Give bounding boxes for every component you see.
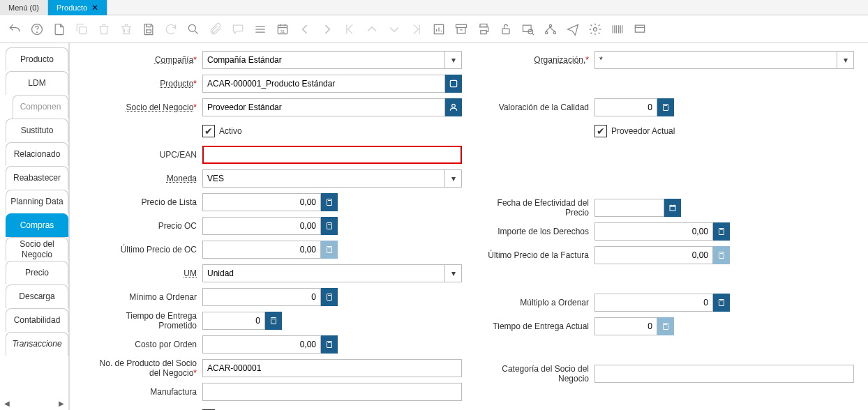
send-icon[interactable] <box>565 22 581 37</box>
refresh-icon[interactable] <box>163 22 179 37</box>
svg-rect-26 <box>327 223 331 229</box>
label-costo-orden: Costo por Orden <box>91 340 202 349</box>
svg-rect-13 <box>481 30 486 33</box>
sidetab-scroll-right-icon[interactable]: ▶ <box>59 400 64 407</box>
label-ultimo-precio-oc: Último Precio de OC <box>91 245 202 255</box>
zoom-icon[interactable] <box>521 22 536 37</box>
calendar-fecha-icon[interactable] <box>664 199 681 217</box>
next-icon[interactable] <box>320 22 335 37</box>
svg-point-1 <box>37 31 38 32</box>
input-categoria[interactable] <box>594 365 854 383</box>
close-icon[interactable]: ✕ <box>91 3 98 13</box>
dropdown-compania-icon[interactable]: ▾ <box>445 51 462 69</box>
input-um[interactable] <box>202 264 445 282</box>
calendar-icon[interactable]: 31 <box>275 22 290 37</box>
sidetab-transacciones[interactable]: Transaccione <box>6 332 68 356</box>
attach-icon[interactable] <box>208 22 223 37</box>
lock-icon[interactable] <box>498 22 514 37</box>
sidetab-reabastecer[interactable]: Reabastecer <box>6 166 68 190</box>
delete-icon[interactable] <box>96 22 112 37</box>
calc-valoracion-icon[interactable] <box>657 98 674 116</box>
calc-precio-lista-icon[interactable] <box>321 193 338 211</box>
calc-importe-icon[interactable] <box>713 222 730 241</box>
print-icon[interactable] <box>476 22 491 37</box>
sidetab-relacionado[interactable]: Relacionado <box>6 142 68 166</box>
sidetab-precio[interactable]: Precio <box>6 261 68 284</box>
label-upc: UPC/EAN <box>91 150 202 160</box>
input-upc[interactable] <box>202 146 462 164</box>
input-costo-orden[interactable] <box>202 335 321 354</box>
label-activo: Activo <box>219 126 242 136</box>
sidetab-descarga[interactable]: Descarga <box>6 284 68 308</box>
input-tiempo-prom[interactable] <box>202 312 265 330</box>
calc-tiempo-prom-icon[interactable] <box>265 312 282 330</box>
svg-rect-30 <box>327 294 331 301</box>
calc-costo-icon[interactable] <box>321 335 338 354</box>
input-organizacion[interactable] <box>594 51 837 69</box>
lookup-producto-icon[interactable] <box>445 75 462 93</box>
input-moneda[interactable] <box>202 169 445 188</box>
input-multiplo[interactable] <box>594 294 713 312</box>
input-producto[interactable] <box>202 75 445 93</box>
input-socio[interactable] <box>202 98 445 116</box>
last-icon[interactable] <box>409 22 424 37</box>
grid-icon[interactable] <box>253 22 268 37</box>
sidetab-compras[interactable]: Compras <box>6 213 68 237</box>
workflow-icon[interactable] <box>543 22 558 37</box>
barcode-icon[interactable] <box>610 22 625 37</box>
input-precio-oc[interactable] <box>202 217 321 235</box>
checkbox-proveedor[interactable]: ✔ <box>594 125 607 137</box>
checkbox-activo[interactable]: ✔ <box>202 125 215 137</box>
sidetab-contabilidad[interactable]: Contabilidad <box>6 308 68 332</box>
input-compania[interactable] <box>202 51 445 69</box>
input-minimo[interactable] <box>202 288 321 306</box>
help-icon[interactable] <box>29 22 45 37</box>
report-icon[interactable] <box>431 22 447 37</box>
sidetab-componente[interactable]: Componen <box>13 95 68 119</box>
sidetab-producto[interactable]: Producto <box>6 47 68 71</box>
label-tiempo-actual: Tiempo de Entrega Actual <box>483 321 594 331</box>
input-ultimo-factura[interactable] <box>594 246 713 264</box>
sidetab-planning[interactable]: Planning Data <box>6 190 68 213</box>
gear-icon[interactable] <box>588 22 603 37</box>
sidetab-sustituto[interactable]: Sustituto <box>6 119 68 142</box>
svg-rect-34 <box>327 342 331 348</box>
input-fecha-efect[interactable] <box>594 199 664 217</box>
first-icon[interactable] <box>342 22 357 37</box>
undo-icon[interactable] <box>7 22 22 37</box>
prev-icon[interactable] <box>297 22 313 37</box>
chat-icon[interactable] <box>230 22 246 37</box>
dropdown-um-icon[interactable]: ▾ <box>445 264 462 282</box>
calc-precio-oc-icon[interactable] <box>321 217 338 235</box>
label-categoria: Categoría del Socio del Negocio <box>483 364 594 384</box>
input-manufactura[interactable] <box>202 383 462 401</box>
sidetab-scroll-left-icon[interactable]: ◀ <box>4 400 10 407</box>
svg-rect-11 <box>456 24 467 27</box>
tab-menu[interactable]: Menú (0) <box>0 0 48 15</box>
dropdown-organizacion-icon[interactable]: ▾ <box>837 51 854 69</box>
input-precio-lista[interactable] <box>202 193 321 211</box>
input-tiempo-actual[interactable] <box>594 317 657 335</box>
new-icon[interactable] <box>52 22 67 37</box>
tab-producto[interactable]: Producto ✕ <box>48 0 107 15</box>
input-importe[interactable] <box>594 222 713 241</box>
input-valoracion[interactable] <box>594 98 657 116</box>
slides-icon[interactable] <box>632 22 648 37</box>
save-icon[interactable] <box>141 22 156 37</box>
sidetab-socio[interactable]: Socio del Negocio <box>6 237 68 261</box>
up-icon[interactable] <box>364 22 380 37</box>
lookup-socio-icon[interactable] <box>445 98 462 116</box>
calc-minimo-icon[interactable] <box>321 288 338 306</box>
input-ultimo-oc[interactable] <box>202 241 321 259</box>
dropdown-moneda-icon[interactable]: ▾ <box>445 169 462 188</box>
search-icon[interactable] <box>186 22 201 37</box>
delete-all-icon[interactable] <box>119 22 134 37</box>
calc-multiplo-icon[interactable] <box>713 294 730 312</box>
svg-point-23 <box>451 104 455 107</box>
svg-point-19 <box>553 31 555 33</box>
down-icon[interactable] <box>387 22 402 37</box>
copy-icon[interactable] <box>74 22 89 37</box>
input-no-producto[interactable] <box>202 359 462 377</box>
archive-icon[interactable] <box>454 22 469 37</box>
sidetab-ldm[interactable]: LDM <box>6 71 68 95</box>
